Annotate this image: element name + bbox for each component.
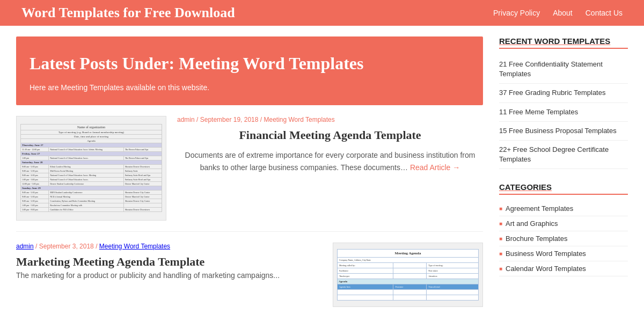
hero-description: Here are Meeting Templates available on … <box>30 83 467 92</box>
category-icon-1: ■ <box>499 221 502 226</box>
category-icon-2: ■ <box>499 236 502 241</box>
article-thumbnail-2: Meeting Agenda Company Name, Address, Ci… <box>333 243 483 307</box>
recent-item-3: 15 Free Business Proposal Templates <box>499 122 628 141</box>
article-category-1[interactable]: Meeting Word Templates <box>264 116 334 123</box>
article-thumbnail-1: Name of organization Type of meeting (e.… <box>16 116 166 221</box>
article-card-1: Name of organization Type of meeting (e.… <box>16 116 483 232</box>
article-author-2[interactable]: admin <box>16 243 34 250</box>
article-meta-1: admin / September 19, 2018 / Meeting Wor… <box>177 116 483 123</box>
read-more-1[interactable]: Read Article → <box>410 163 460 172</box>
recent-link-1[interactable]: 37 Free Grading Rubric Templates <box>499 89 605 97</box>
recent-list: 21 Free Confidentiality Statement Templa… <box>499 55 628 169</box>
hero-title: Latest Posts Under: Meeting Word Templat… <box>30 53 467 75</box>
sidebar: RECENT WORD TEMPLATES 21 Free Confidenti… <box>499 36 628 312</box>
category-icon-3: ■ <box>499 251 502 257</box>
category-icon-4: ■ <box>499 266 502 272</box>
recent-heading: RECENT WORD TEMPLATES <box>499 36 628 49</box>
category-link-1[interactable]: Art and Graphics <box>506 219 558 228</box>
category-item-2: ■ Brochure Templates <box>499 231 628 246</box>
category-link-4[interactable]: Calendar Word Templates <box>506 265 586 273</box>
main-content: Latest Posts Under: Meeting Word Templat… <box>16 36 483 312</box>
article-excerpt-2: The marketing for a product or publicity… <box>16 269 322 281</box>
nav-privacy-policy[interactable]: Privacy Policy <box>493 9 540 17</box>
site-header: Word Templates for Free Download Privacy… <box>0 0 644 26</box>
category-icon-0: ■ <box>499 206 502 211</box>
article-excerpt-1: Documents are of extreme importance for … <box>177 149 483 173</box>
article-title-2[interactable]: Marketing Meeting Agenda Template <box>16 254 322 270</box>
hero-banner: Latest Posts Under: Meeting Word Templat… <box>16 36 483 105</box>
article-card-2: admin / September 3, 2018 / Meeting Word… <box>16 243 483 307</box>
recent-link-4[interactable]: 22+ Free School Degree Certificate Templ… <box>499 145 609 163</box>
nav-about[interactable]: About <box>553 9 573 17</box>
article-info-2: admin / September 3, 2018 / Meeting Word… <box>16 243 322 307</box>
article-category-2[interactable]: Meeting Word Templates <box>99 243 170 250</box>
nav-contact[interactable]: Contact Us <box>586 9 623 17</box>
category-item-3: ■ Business Word Templates <box>499 246 628 261</box>
categories-list: ■ Agreement Templates ■ Art and Graphics… <box>499 201 628 276</box>
recent-item-0: 21 Free Confidentiality Statement Templa… <box>499 55 628 84</box>
categories-section: CATEGORIES ■ Agreement Templates ■ Art a… <box>499 182 628 276</box>
category-link-0[interactable]: Agreement Templates <box>506 204 573 213</box>
category-item-1: ■ Art and Graphics <box>499 216 628 231</box>
page-wrapper: Latest Posts Under: Meeting Word Templat… <box>0 26 644 322</box>
recent-item-4: 22+ Free School Degree Certificate Templ… <box>499 141 628 169</box>
main-nav: Privacy Policy About Contact Us <box>493 9 623 17</box>
category-link-3[interactable]: Business Word Templates <box>506 250 586 258</box>
article-date-2: September 3, 2018 <box>39 243 94 250</box>
site-title: Word Templates for Free Download <box>21 5 235 21</box>
category-item-4: ■ Calendar Word Templates <box>499 261 628 276</box>
article-date-1: September 19, 2018 <box>200 116 259 123</box>
recent-item-2: 11 Free Meme Templates <box>499 103 628 122</box>
recent-link-3[interactable]: 15 Free Business Proposal Templates <box>499 127 617 135</box>
article-meta-2: admin / September 3, 2018 / Meeting Word… <box>16 243 322 250</box>
article-title-1[interactable]: Financial Meeting Agenda Template <box>177 128 483 143</box>
article-info-1: admin / September 19, 2018 / Meeting Wor… <box>177 116 483 221</box>
recent-item-1: 37 Free Grading Rubric Templates <box>499 84 628 103</box>
categories-heading: CATEGORIES <box>499 182 628 195</box>
category-link-2[interactable]: Brochure Templates <box>506 235 567 243</box>
recent-link-2[interactable]: 11 Free Meme Templates <box>499 108 578 116</box>
category-item-0: ■ Agreement Templates <box>499 201 628 216</box>
article-author-1[interactable]: admin <box>177 116 195 123</box>
recent-link-0[interactable]: 21 Free Confidentiality Statement Templa… <box>499 60 603 78</box>
recent-section: RECENT WORD TEMPLATES 21 Free Confidenti… <box>499 36 628 169</box>
